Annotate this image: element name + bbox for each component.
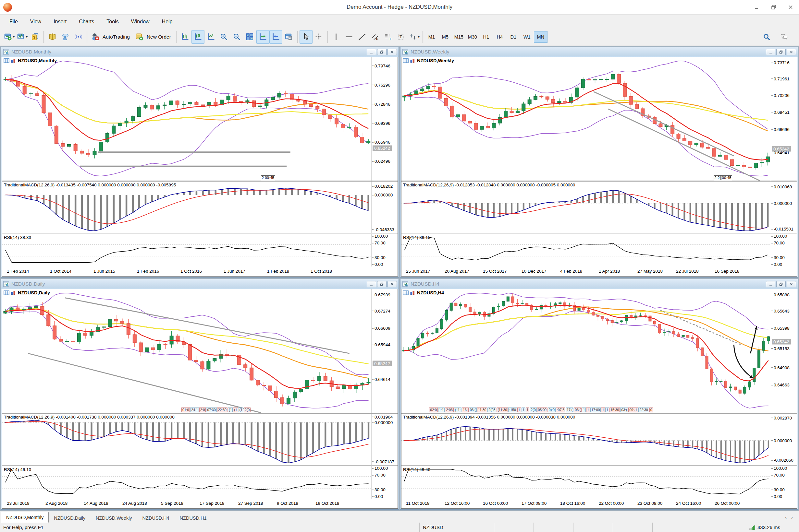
price-scale[interactable]: 0.797460.762960.728460.693960.659460.624… — [371, 57, 398, 180]
chart-titlebar-weekly[interactable]: NZDUSD,Weekly — [400, 47, 798, 57]
menu-item-view[interactable]: View — [24, 15, 48, 28]
tab-nzdusd-h4[interactable]: NZDUSD,H4 — [137, 513, 175, 522]
arrows-button[interactable]: ▾ — [407, 30, 421, 44]
chart-restore-button[interactable] — [776, 49, 786, 55]
price-scale[interactable]: 0.0109680.000000-0.015501 — [771, 182, 797, 233]
price-scale[interactable]: 0.737160.719610.702060.684510.666960.649… — [771, 57, 797, 180]
zoom-out-button[interactable] — [231, 30, 243, 44]
chart-plot[interactable]: NZDUSD,Daily01:024.12:007:3022:30(1(1(12… — [2, 289, 371, 413]
tab-nzdusd-monthly[interactable]: NZDUSD,Monthly — [1, 512, 49, 522]
tab-nzdusd-daily[interactable]: NZDUSD,Daily — [49, 513, 91, 522]
chart-plot[interactable]: RSI(14) 46.10 — [2, 466, 371, 499]
timeframe-button-m1[interactable]: M1 — [425, 31, 438, 43]
signals-button[interactable] — [72, 30, 85, 44]
crosshair-button[interactable] — [312, 30, 326, 44]
timeframe-button-m5[interactable]: M5 — [438, 31, 452, 43]
menu-item-window[interactable]: Window — [125, 15, 156, 28]
price-scale[interactable]: 100.0070.0030.000.00 — [771, 234, 797, 266]
new-order-button[interactable] — [133, 30, 146, 44]
chart-minimize-button[interactable] — [766, 49, 775, 55]
community-button[interactable] — [59, 30, 72, 44]
chart-close-button[interactable] — [387, 281, 397, 287]
tab-scroll-right-icon[interactable]: › — [791, 514, 793, 520]
equidistant-channel-button[interactable]: E — [369, 30, 382, 44]
price-scale[interactable]: 0.0019640.000000-0.007187 — [371, 414, 398, 465]
price-scale[interactable]: 100.0070.0030.000.00 — [771, 466, 797, 499]
chart-plot[interactable]: TraditionalMACD(12,26,9) -0.013435 -0.00… — [2, 182, 371, 233]
price-scale[interactable]: 0.679390.672740.666090.659440.646140.652… — [371, 289, 398, 413]
window-maximize-button[interactable] — [765, 1, 782, 13]
chart-titlebar-h4[interactable]: NZDUSD,H4 — [400, 279, 798, 289]
chat-button[interactable] — [778, 30, 791, 44]
vertical-line-button[interactable] — [330, 30, 343, 44]
profiles-button[interactable]: ▾ — [16, 30, 29, 44]
timeframe-button-d1[interactable]: D1 — [507, 31, 520, 43]
window-close-button[interactable] — [782, 1, 799, 13]
chart-plot[interactable]: NZDUSD,H402:01:12:03(11:16:03:(11:302(03… — [401, 289, 771, 413]
price-scale[interactable]: 0.0182020.000000-0.046333 — [371, 182, 398, 233]
chart-plot[interactable]: RSI(14) 38.33 — [2, 234, 371, 266]
menu-item-charts[interactable]: Charts — [73, 15, 100, 28]
chart-plot[interactable]: RSI(14) 39.15 — [401, 234, 771, 266]
chart-body[interactable]: NZDUSD,Daily01:024.12:007:3022:30(1(1(12… — [2, 289, 398, 509]
chart-plot[interactable]: RSI(14) 49.40 — [401, 466, 771, 499]
chart-plot[interactable]: TraditionalMACD(12,26,9) -0.001400 -0.00… — [2, 414, 371, 465]
price-scale[interactable]: 0.0028700.000000-0.002060 — [771, 414, 797, 465]
chart-close-button[interactable] — [387, 49, 397, 55]
autotrading-button[interactable] — [89, 30, 102, 44]
chart-minimize-button[interactable] — [367, 49, 376, 55]
market-watch-button[interactable]: $ — [29, 30, 41, 44]
chart-body[interactable]: NZDUSD,Monthly2 00:450.797460.762960.728… — [2, 57, 398, 277]
status-cell — [613, 522, 652, 532]
price-scale[interactable]: 0.658880.656430.653980.651530.649080.646… — [771, 289, 797, 413]
chart-restore-button[interactable] — [377, 49, 386, 55]
menu-item-tools[interactable]: Tools — [100, 15, 125, 28]
menu-item-insert[interactable]: Insert — [48, 15, 73, 28]
bar-chart-button[interactable] — [179, 30, 192, 44]
menu-item-file[interactable]: File — [3, 15, 24, 28]
timeframe-button-m30[interactable]: M30 — [466, 31, 479, 43]
timeframe-button-h4[interactable]: H4 — [493, 31, 507, 43]
chart-plot[interactable]: NZDUSD,Weekly2:200:45 — [401, 57, 771, 180]
line-chart-button[interactable] — [204, 30, 217, 44]
zoom-in-button[interactable] — [217, 30, 231, 44]
chart-minimize-button[interactable] — [367, 281, 376, 287]
horizontal-line-button[interactable] — [343, 30, 356, 44]
cursor-button[interactable] — [299, 30, 312, 44]
search-button[interactable] — [760, 30, 773, 44]
templates-button[interactable] — [282, 30, 295, 44]
price-scale[interactable]: 100.0070.0030.000.00 — [371, 466, 398, 499]
text-button[interactable]: T — [395, 30, 407, 44]
chart-close-button[interactable] — [787, 49, 796, 55]
timeframe-button-h1[interactable]: H1 — [479, 31, 493, 43]
chart-shift-button[interactable] — [269, 30, 282, 44]
menu-item-help[interactable]: Help — [156, 15, 179, 28]
chart-close-button[interactable] — [787, 281, 796, 287]
timeframe-button-mn[interactable]: MN — [534, 31, 547, 43]
tab-nzdusd-weekly[interactable]: NZDUSD,Weekly — [91, 513, 137, 522]
tab-scroll-left-icon[interactable]: ‹ — [785, 514, 787, 520]
new-chart-button[interactable]: ▾ — [3, 30, 16, 44]
chart-body[interactable]: NZDUSD,H402:01:12:03(11:16:03:(11:302(03… — [401, 289, 797, 509]
tab-nzdusd-h1[interactable]: NZDUSD,H1 — [175, 513, 212, 522]
timeframe-button-m15[interactable]: M15 — [452, 31, 466, 43]
chart-plot[interactable]: TraditionalMACD(12,26,9) -0.001394 -0.00… — [401, 414, 771, 465]
fibonacci-button[interactable]: F — [382, 30, 395, 44]
chart-plot[interactable]: NZDUSD,Monthly2 00:45 — [2, 57, 371, 180]
chart-minimize-button[interactable] — [766, 281, 775, 287]
chart-restore-button[interactable] — [776, 281, 786, 287]
trendline-button[interactable] — [356, 30, 369, 44]
tile-windows-button[interactable] — [243, 30, 256, 44]
window-minimize-button[interactable] — [748, 1, 765, 13]
candle-chart-button[interactable] — [192, 30, 204, 44]
history-center-button[interactable] — [46, 30, 59, 44]
chart-plot[interactable]: TraditionalMACD(12,26,9) -0.012853 -0.01… — [401, 182, 771, 233]
chart-titlebar-monthly[interactable]: NZDUSD,Monthly — [1, 47, 399, 57]
auto-scroll-button[interactable] — [256, 30, 269, 44]
price-scale[interactable]: 100.0070.0030.000.00 — [371, 234, 398, 266]
timeframe-button-w1[interactable]: W1 — [520, 31, 534, 43]
chart-body[interactable]: NZDUSD,Weekly2:200:450.737160.719610.702… — [401, 57, 797, 277]
chart-titlebar-daily[interactable]: NZDUSD,Daily — [1, 279, 399, 289]
chart-restore-button[interactable] — [377, 281, 386, 287]
svg-text:$: $ — [33, 35, 35, 39]
